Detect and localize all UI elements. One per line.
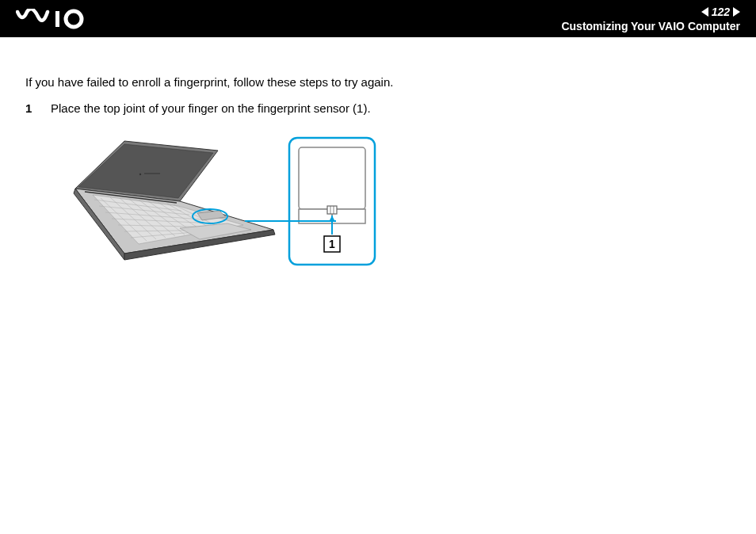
svg-rect-0 (55, 11, 59, 27)
page-number: 122 (712, 6, 730, 18)
step-number: 1 (25, 101, 36, 115)
page-content: If you have failed to enroll a fingerpri… (0, 37, 756, 285)
svg-point-19 (139, 174, 141, 175)
step-1: 1 Place the top joint of your finger on … (25, 101, 731, 115)
laptop-illustration (61, 135, 283, 265)
diagram: 1 (61, 135, 731, 269)
prev-page-arrow-icon[interactable] (701, 7, 708, 17)
callout-label: 1 (329, 238, 335, 250)
intro-text: If you have failed to enroll a fingerpri… (25, 75, 731, 89)
svg-rect-25 (327, 206, 337, 214)
svg-point-1 (66, 11, 82, 27)
step-text: Place the top joint of your finger on th… (51, 101, 371, 115)
next-page-arrow-icon[interactable] (733, 7, 740, 17)
header-right: 122 Customizing Your VAIO Computer (561, 6, 740, 32)
vaio-logo (16, 9, 103, 29)
svg-rect-20 (144, 173, 160, 174)
diagram-connector (245, 220, 336, 222)
page-header: 122 Customizing Your VAIO Computer (0, 0, 756, 37)
page-navigation: 122 (701, 6, 740, 18)
sensor-callout: 1 (283, 135, 382, 269)
section-title: Customizing Your VAIO Computer (561, 20, 740, 32)
svg-rect-22 (299, 147, 365, 209)
